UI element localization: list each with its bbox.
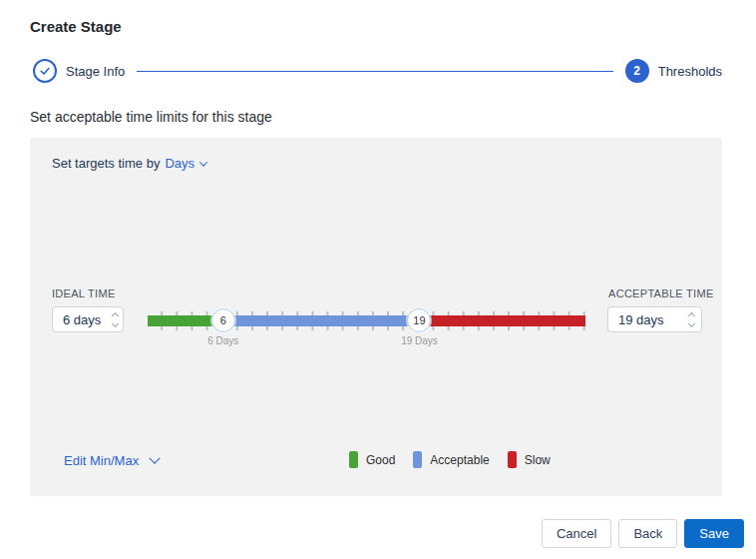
stepper: Stage Info 2 Thresholds [33,58,722,84]
acceptable-swatch [413,451,422,468]
legend-label: Good [366,453,395,467]
chevron-down-icon [199,158,207,166]
acceptable-time-stepper[interactable] [684,310,698,328]
slow-swatch [508,451,517,468]
slider-marker-label-ideal: 6 Days [207,335,238,346]
legend-label: Acceptable [430,453,489,467]
cancel-button[interactable]: Cancel [542,519,611,548]
acceptable-time-label: ACCEPTABLE TIME [608,287,714,299]
legend-label: Slow [525,453,551,467]
targets-row: Set targets time by Days [52,156,206,171]
good-swatch [349,451,358,468]
step-thresholds[interactable]: 2 Thresholds [625,59,722,83]
ideal-time-label: IDEAL TIME [52,287,116,299]
chevron-down-icon [111,319,118,326]
slider-legend: Good Acceptable Slow [349,451,551,468]
check-circle-icon [33,59,57,83]
step-number-badge: 2 [625,59,649,83]
time-unit-value: Days [165,156,194,171]
legend-item-good: Good [349,451,395,468]
time-unit-dropdown[interactable]: Days [165,156,206,171]
chevron-down-icon [149,452,160,463]
step-thresholds-label: Thresholds [658,64,722,79]
dialog-footer: Cancel Back Save [542,519,744,548]
slider-segment-acceptable [223,315,420,326]
legend-item-acceptable: Acceptable [413,451,489,468]
step-stage-info-label: Stage Info [66,64,125,79]
targets-prefix-text: Set targets time by [52,156,160,171]
slider-handle-ideal[interactable]: 6 [211,308,235,332]
edit-minmax-label: Edit Min/Max [64,453,139,468]
slider-handle-acceptable[interactable]: 19 [407,308,431,332]
slider-segment-slow [419,315,585,326]
edit-minmax-link[interactable]: Edit Min/Max [64,453,159,468]
create-stage-dialog: Create Stage Stage Info 2 Thresholds Set… [0,0,756,559]
threshold-slider: 6 19 6 Days 19 Days [148,297,585,357]
chevron-down-icon [687,319,694,326]
ideal-time-stepper[interactable] [108,310,122,328]
section-subtitle: Set acceptable time limits for this stag… [30,109,272,125]
thresholds-panel: Set targets time by Days IDEAL TIME 6 19… [30,138,722,496]
chevron-up-icon [687,311,694,318]
stepper-connector-line [137,71,612,72]
page-title: Create Stage [30,18,122,35]
save-button[interactable]: Save [684,519,744,548]
slider-marker-label-acceptable: 19 Days [401,335,438,346]
step-stage-info[interactable]: Stage Info [33,59,125,83]
back-button[interactable]: Back [618,519,677,548]
legend-item-slow: Slow [508,451,551,468]
chevron-up-icon [111,311,118,318]
